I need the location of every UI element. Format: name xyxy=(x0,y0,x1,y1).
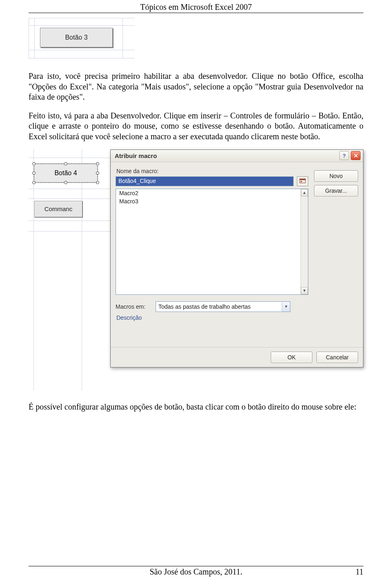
scroll-down-icon[interactable]: ▼ xyxy=(301,287,308,294)
novo-button[interactable]: Novo xyxy=(314,170,358,182)
macro-name-input[interactable]: Botão4_Clique xyxy=(116,176,294,186)
novo-button-label: Novo xyxy=(330,173,343,179)
resize-handle-icon[interactable] xyxy=(96,172,99,175)
gravar-button-label: Gravar... xyxy=(325,187,347,194)
list-item[interactable]: Macro3 xyxy=(116,197,308,205)
resize-handle-icon[interactable] xyxy=(32,181,36,184)
macros-em-label: Macros em: xyxy=(116,303,152,310)
chevron-down-icon[interactable]: ▾ xyxy=(282,302,290,312)
close-icon: ✕ xyxy=(354,153,358,159)
form-button-botao3[interactable]: Botão 3 xyxy=(40,28,113,47)
resize-handle-icon[interactable] xyxy=(96,162,99,165)
collapse-dialog-button[interactable] xyxy=(297,176,308,186)
header-rule xyxy=(29,13,363,13)
form-button-botao4-label: Botão 4 xyxy=(54,169,77,177)
macros-em-value: Todas as pastas de trabalho abertas xyxy=(158,303,251,310)
dialog-titlebar[interactable]: Atribuir macro ? ✕ xyxy=(111,150,363,162)
dialog-help-button[interactable]: ? xyxy=(339,151,349,160)
resize-handle-icon[interactable] xyxy=(32,162,36,165)
dialog-close-button[interactable]: ✕ xyxy=(351,151,361,160)
page-number: 11 xyxy=(356,567,363,577)
excel-snippet-dialog: Botão 4 Commanc Atribuir macro ? xyxy=(29,149,363,390)
excel-snippet-botao3: Botão 3 xyxy=(29,18,135,59)
question-mark-icon: ? xyxy=(343,153,346,159)
cancel-button[interactable]: Cancelar xyxy=(316,352,358,363)
resize-handle-icon[interactable] xyxy=(32,172,36,175)
resize-handle-icon[interactable] xyxy=(64,181,67,184)
paragraph-1: Para isto, você precisa primeiro habilit… xyxy=(29,71,363,102)
svg-rect-2 xyxy=(301,181,302,182)
footer-rule xyxy=(29,566,363,566)
resize-handle-icon[interactable] xyxy=(96,181,99,184)
macro-name-value: Botão4_Clique xyxy=(118,178,156,184)
footer-center-text: São José dos Campos, 2011. xyxy=(29,567,363,577)
cancel-button-label: Cancelar xyxy=(326,354,349,361)
macro-listbox[interactable]: Macro2 Macro3 ▲ ▼ xyxy=(116,189,308,295)
command-button[interactable]: Commanc xyxy=(34,201,82,217)
page-header-title: Tópicos em Microsoft Excel 2007 xyxy=(29,0,363,13)
paragraph-2: Feito isto, vá para a aba Desenvolvedor.… xyxy=(29,111,363,142)
macros-em-combobox[interactable]: Todas as pastas de trabalho abertas ▾ xyxy=(156,301,290,312)
form-button-botao4[interactable]: Botão 4 xyxy=(33,163,98,183)
list-item[interactable]: Macro2 xyxy=(116,189,308,197)
ok-button[interactable]: OK xyxy=(271,352,312,363)
resize-handle-icon[interactable] xyxy=(64,162,67,165)
form-button-botao3-label: Botão 3 xyxy=(65,34,87,41)
scroll-up-icon[interactable]: ▲ xyxy=(301,189,308,196)
paragraph-3: É possível configurar algumas opções de … xyxy=(29,402,363,412)
assign-macro-dialog: Atribuir macro ? ✕ Nome da macro: Botão4… xyxy=(110,149,363,368)
descricao-label: Descrição xyxy=(116,314,358,321)
spreadsheet-ref-icon xyxy=(299,178,306,185)
scrollbar[interactable]: ▲ ▼ xyxy=(301,189,308,294)
command-button-label: Commanc xyxy=(45,205,72,212)
gravar-button[interactable]: Gravar... xyxy=(314,185,358,196)
svg-rect-1 xyxy=(300,179,305,180)
ok-button-label: OK xyxy=(287,354,296,361)
dialog-title: Atribuir macro xyxy=(115,152,157,159)
